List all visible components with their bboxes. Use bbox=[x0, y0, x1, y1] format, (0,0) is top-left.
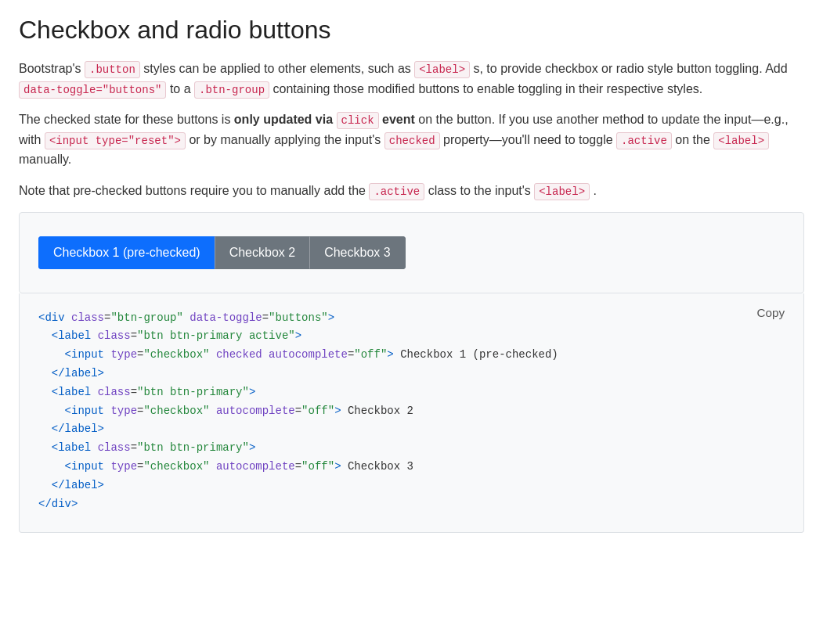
checkbox-3-button[interactable]: Checkbox 3 bbox=[309, 236, 406, 269]
intro-text-2: styles can be applied to other elements,… bbox=[140, 62, 414, 75]
para2-text-6: manually. bbox=[19, 153, 71, 166]
para2-text-4: property—you'll need to toggle bbox=[440, 133, 616, 146]
checkbox-2-button[interactable]: Checkbox 2 bbox=[215, 236, 310, 269]
intro-text-5: containing those modified buttons to ena… bbox=[269, 82, 702, 95]
para2-event: event bbox=[382, 113, 415, 126]
intro-text-1: Bootstrap's bbox=[19, 62, 85, 75]
para2-text-5: on the bbox=[672, 133, 713, 146]
code-label-1: <label> bbox=[414, 61, 470, 78]
para2-text-3: or by manually applying the input's bbox=[186, 133, 384, 146]
pre-checked-paragraph: Note that pre-checked buttons require yo… bbox=[19, 181, 804, 201]
code-input-reset: <input type="reset"> bbox=[45, 132, 186, 149]
para2-bold: only updated via bbox=[234, 113, 333, 126]
para2-text-1: The checked state for these buttons is bbox=[19, 113, 234, 126]
code-active: .active bbox=[616, 132, 672, 149]
code-label-2: <label> bbox=[713, 132, 769, 149]
demo-box: Checkbox 1 (pre-checked) Checkbox 2 Chec… bbox=[19, 212, 804, 293]
code-click: click bbox=[337, 112, 379, 129]
intro-paragraph: Bootstrap's .button styles can be applie… bbox=[19, 59, 804, 99]
code-btn-group: .btn-group bbox=[194, 81, 269, 99]
para3-text-3: . bbox=[590, 184, 597, 197]
code-active-2: .active bbox=[369, 183, 424, 200]
para3-text-1: Note that pre-checked buttons require yo… bbox=[19, 184, 369, 197]
para3-text-2: class to the input's bbox=[424, 184, 534, 197]
copy-button[interactable]: Copy bbox=[751, 304, 791, 321]
code-block: <div class="btn-group" data-toggle="butt… bbox=[38, 309, 785, 514]
checked-state-paragraph: The checked state for these buttons is o… bbox=[19, 110, 804, 170]
code-checked: checked bbox=[384, 132, 440, 149]
checkbox-btn-group: Checkbox 1 (pre-checked) Checkbox 2 Chec… bbox=[38, 236, 406, 269]
page-title: Checkbox and radio buttons bbox=[19, 16, 804, 45]
intro-text-4: to a bbox=[166, 82, 194, 95]
code-button: .button bbox=[85, 61, 140, 78]
code-label-3: <label> bbox=[534, 183, 590, 200]
checkbox-1-button[interactable]: Checkbox 1 (pre-checked) bbox=[38, 236, 215, 269]
code-box: Copy <div class="btn-group" data-toggle=… bbox=[19, 293, 804, 534]
code-data-toggle: data-toggle="buttons" bbox=[19, 81, 166, 99]
intro-text-3: s, to provide checkbox or radio style bu… bbox=[470, 62, 788, 75]
